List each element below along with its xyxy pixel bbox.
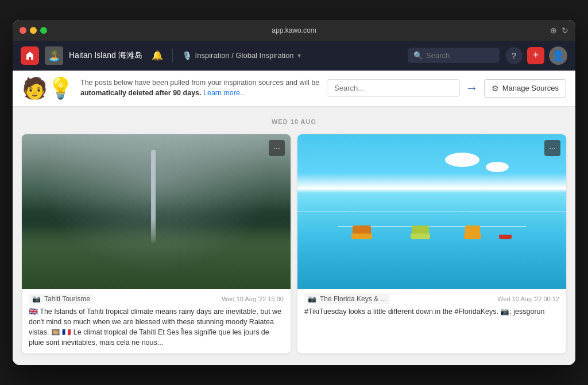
manage-sources-button[interactable]: ⚙ Manage Sources (484, 79, 566, 98)
content-area: WED 10 AUG ··· 📷 Tahiti Tourisme (13, 107, 575, 365)
card-menu-button[interactable]: ··· (269, 140, 285, 156)
chevron-down-icon[interactable]: ▾ (297, 52, 301, 60)
app-logo (21, 46, 39, 65)
title-bar: app.kawo.com ⊕ ↻ (13, 20, 575, 41)
search-icon: 🔍 (413, 51, 423, 60)
boat-4 (499, 235, 512, 239)
card-footer: 📷 The Florida Keys & ... Wed 10 Aug '22 … (297, 289, 566, 322)
nav-divider (172, 49, 173, 63)
card-source-row: 📷 The Florida Keys & ... Wed 10 Aug '22 … (304, 294, 559, 304)
card-image-waterfall (22, 134, 291, 289)
title-bar-actions: ⊕ ↻ (550, 26, 568, 35)
instagram-icon: 📷 (308, 295, 316, 303)
gear-icon: ⚙ (492, 84, 499, 93)
boat-3 (464, 225, 481, 239)
content-search-wrapper: → ⚙ Manage Sources (327, 79, 566, 98)
info-message: The posts below have been pulled from yo… (80, 78, 320, 98)
boat-2 (411, 225, 430, 239)
date-label: WED 10 AUG (22, 118, 566, 125)
cloud-decoration-2 (486, 162, 509, 172)
info-bar: 🧑‍💡 The posts below have been pulled fro… (13, 71, 575, 107)
url-bar: app.kawo.com (272, 26, 316, 34)
breadcrumb-text: Inspiration / Global Inspiration (195, 51, 294, 60)
info-text-bold: automatically deleted after 90 days. (80, 89, 202, 97)
card-text: 🇬🇧 The Islands of Tahiti tropical climat… (29, 306, 284, 348)
list-item: ··· 📷 The Florida Keys & ... Wed 10 Aug … (297, 134, 566, 354)
card-image-ocean (297, 134, 566, 289)
inspiration-icon: 🎙️ (182, 51, 192, 60)
right-arrow-icon: → (466, 81, 478, 96)
source-label: The Florida Keys & ... (320, 295, 386, 303)
refresh-icon: ↻ (562, 26, 568, 35)
card-source-row: 📷 Tahiti Tourisme Wed 10 Aug '22 15:00 (29, 294, 284, 304)
user-avatar[interactable]: 👤 (549, 46, 567, 65)
manage-sources-label: Manage Sources (502, 84, 559, 92)
card-date: Wed 10 Aug '22 00:12 (497, 295, 559, 302)
workspace-name: Haitan Island 海滩岛 (69, 50, 142, 61)
top-nav: 🏝️ Haitan Island 海滩岛 🔔 🎙️ Inspiration / … (13, 41, 575, 71)
instagram-icon: 📷 (32, 295, 41, 303)
close-button[interactable] (20, 27, 26, 34)
card-footer: 📷 Tahiti Tourisme Wed 10 Aug '22 15:00 🇬… (22, 289, 291, 354)
list-item: ··· 📷 Tahiti Tourisme Wed 10 Aug '22 15:… (22, 134, 291, 354)
learn-more-link[interactable]: Learn more... (203, 89, 246, 97)
cards-grid: ··· 📷 Tahiti Tourisme Wed 10 Aug '22 15:… (22, 134, 566, 354)
card-source-name: 📷 The Florida Keys & ... (304, 294, 389, 304)
nav-actions: ? + 👤 (505, 46, 567, 65)
create-button[interactable]: + (527, 47, 544, 64)
help-button[interactable]: ? (505, 47, 523, 64)
share-icon: ⊕ (550, 26, 557, 35)
breadcrumb: 🎙️ Inspiration / Global Inspiration ▾ (182, 51, 301, 60)
card-source-name: 📷 Tahiti Tourisme (29, 294, 94, 304)
card-date: Wed 10 Aug '22 15:00 (222, 295, 284, 302)
maximize-button[interactable] (40, 27, 47, 34)
minimize-button[interactable] (30, 27, 37, 34)
workspace-avatar: 🏝️ (45, 46, 63, 65)
search-wrapper: 🔍 (408, 48, 500, 63)
app-window: app.kawo.com ⊕ ↻ 🏝️ Haitan Island 海滩岛 🔔 … (13, 20, 575, 365)
traffic-lights (20, 27, 47, 34)
cloud-decoration (445, 153, 479, 167)
card-menu-button[interactable]: ··· (544, 140, 560, 156)
mascot-icon: 🧑‍💡 (22, 76, 74, 100)
content-search-input[interactable] (327, 79, 460, 97)
info-text-part1: The posts below have been pulled from yo… (80, 79, 319, 87)
boat-1 (351, 225, 372, 239)
source-label: Tahiti Tourisme (44, 295, 90, 303)
bell-icon[interactable]: 🔔 (152, 50, 163, 61)
card-text: #TikiTuesday looks a little different do… (304, 306, 559, 317)
